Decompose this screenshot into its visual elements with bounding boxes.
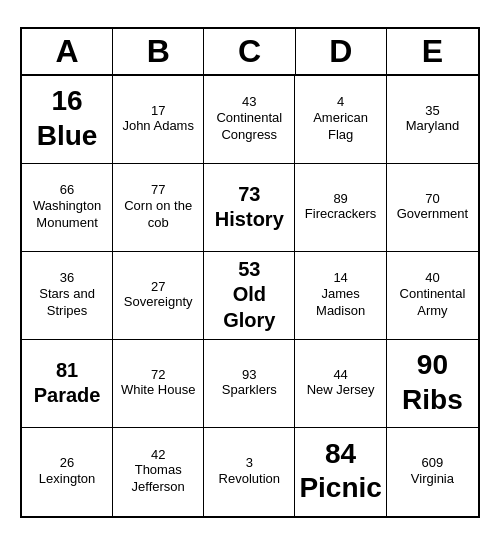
bingo-cell-24: 609Virginia bbox=[387, 428, 478, 516]
cell-num-8: 89 bbox=[333, 191, 347, 207]
bingo-cell-5: 66Washington Monument bbox=[22, 164, 113, 252]
header-e: E bbox=[387, 29, 478, 74]
bingo-card: ABCDE 16Blue17John Adams43Continental Co… bbox=[20, 27, 480, 518]
bingo-cell-20: 26Lexington bbox=[22, 428, 113, 516]
bingo-grid: 16Blue17John Adams43Continental Congress… bbox=[22, 76, 478, 516]
cell-num-17: 93 bbox=[242, 367, 256, 383]
cell-label-6: Corn on the cob bbox=[117, 198, 199, 232]
cell-num-21: 42 bbox=[151, 447, 165, 463]
cell-label-12: Old Glory bbox=[208, 281, 290, 333]
bingo-cell-7: 73History bbox=[204, 164, 295, 252]
cell-num-16: 72 bbox=[151, 367, 165, 383]
bingo-cell-4: 35Maryland bbox=[387, 76, 478, 164]
bingo-cell-13: 14James Madison bbox=[295, 252, 386, 340]
header-a: A bbox=[22, 29, 113, 74]
cell-label-23: Picnic bbox=[299, 470, 381, 506]
cell-num-20: 26 bbox=[60, 455, 74, 471]
cell-num-19: 90 bbox=[417, 348, 448, 382]
bingo-cell-21: 42Thomas Jefferson bbox=[113, 428, 204, 516]
cell-num-6: 77 bbox=[151, 182, 165, 198]
cell-label-20: Lexington bbox=[39, 471, 95, 488]
cell-num-12: 53 bbox=[238, 257, 260, 281]
bingo-cell-10: 36Stars and Stripes bbox=[22, 252, 113, 340]
cell-label-22: Revolution bbox=[219, 471, 280, 488]
bingo-cell-18: 44New Jersey bbox=[295, 340, 386, 428]
cell-label-9: Government bbox=[397, 206, 469, 223]
cell-num-18: 44 bbox=[333, 367, 347, 383]
header-row: ABCDE bbox=[22, 29, 478, 76]
cell-label-5: Washington Monument bbox=[26, 198, 108, 232]
cell-num-3: 4 bbox=[337, 94, 344, 110]
cell-num-7: 73 bbox=[238, 182, 260, 206]
cell-num-4: 35 bbox=[425, 103, 439, 119]
cell-label-8: Firecrackers bbox=[305, 206, 377, 223]
bingo-cell-12: 53Old Glory bbox=[204, 252, 295, 340]
cell-label-19: Ribs bbox=[402, 382, 463, 418]
bingo-cell-3: 4American Flag bbox=[295, 76, 386, 164]
cell-num-5: 66 bbox=[60, 182, 74, 198]
cell-label-16: White House bbox=[121, 382, 195, 399]
cell-num-24: 609 bbox=[422, 455, 444, 471]
bingo-cell-15: 81Parade bbox=[22, 340, 113, 428]
bingo-cell-11: 27Sovereignty bbox=[113, 252, 204, 340]
cell-label-1: John Adams bbox=[122, 118, 194, 135]
cell-label-24: Virginia bbox=[411, 471, 454, 488]
cell-label-21: Thomas Jefferson bbox=[117, 462, 199, 496]
bingo-cell-14: 40Continental Army bbox=[387, 252, 478, 340]
cell-num-15: 81 bbox=[56, 358, 78, 382]
bingo-cell-16: 72White House bbox=[113, 340, 204, 428]
cell-label-11: Sovereignty bbox=[124, 294, 193, 311]
cell-label-3: American Flag bbox=[299, 110, 381, 144]
cell-num-23: 84 bbox=[325, 437, 356, 471]
cell-label-2: Continental Congress bbox=[208, 110, 290, 144]
cell-num-1: 17 bbox=[151, 103, 165, 119]
cell-label-14: Continental Army bbox=[391, 286, 474, 320]
bingo-cell-0: 16Blue bbox=[22, 76, 113, 164]
cell-label-18: New Jersey bbox=[307, 382, 375, 399]
bingo-cell-17: 93Sparklers bbox=[204, 340, 295, 428]
bingo-cell-1: 17John Adams bbox=[113, 76, 204, 164]
bingo-cell-23: 84Picnic bbox=[295, 428, 386, 516]
header-c: C bbox=[204, 29, 295, 74]
cell-label-10: Stars and Stripes bbox=[26, 286, 108, 320]
bingo-cell-2: 43Continental Congress bbox=[204, 76, 295, 164]
cell-num-0: 16 bbox=[51, 84, 82, 118]
header-b: B bbox=[113, 29, 204, 74]
cell-label-7: History bbox=[215, 206, 284, 232]
cell-label-0: Blue bbox=[37, 118, 98, 154]
cell-num-11: 27 bbox=[151, 279, 165, 295]
cell-label-4: Maryland bbox=[406, 118, 459, 135]
cell-num-13: 14 bbox=[333, 270, 347, 286]
header-d: D bbox=[296, 29, 387, 74]
cell-num-2: 43 bbox=[242, 94, 256, 110]
bingo-cell-22: 3Revolution bbox=[204, 428, 295, 516]
cell-num-9: 70 bbox=[425, 191, 439, 207]
cell-label-15: Parade bbox=[34, 382, 101, 408]
cell-num-14: 40 bbox=[425, 270, 439, 286]
bingo-cell-6: 77Corn on the cob bbox=[113, 164, 204, 252]
cell-num-10: 36 bbox=[60, 270, 74, 286]
cell-num-22: 3 bbox=[246, 455, 253, 471]
cell-label-17: Sparklers bbox=[222, 382, 277, 399]
cell-label-13: James Madison bbox=[299, 286, 381, 320]
bingo-cell-19: 90Ribs bbox=[387, 340, 478, 428]
bingo-cell-8: 89Firecrackers bbox=[295, 164, 386, 252]
bingo-cell-9: 70Government bbox=[387, 164, 478, 252]
